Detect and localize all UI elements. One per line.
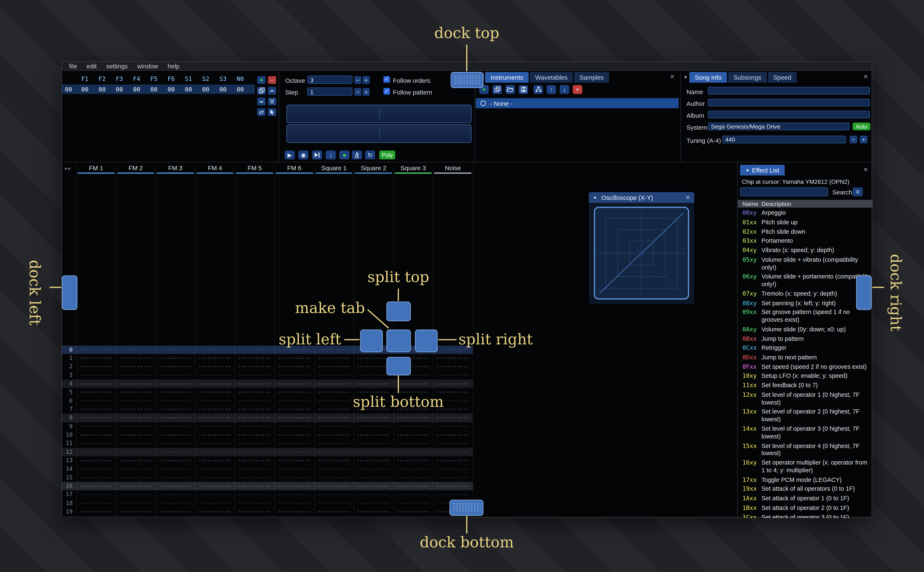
oscilloscope-window[interactable]: ▼ Oscilloscope (X-Y) × — [589, 192, 694, 304]
pattern-row-4[interactable]: 4 — [62, 379, 473, 388]
pattern-cell[interactable] — [274, 422, 314, 431]
instrument-organize-button[interactable] — [533, 85, 543, 94]
pattern-cell[interactable] — [274, 516, 314, 518]
effect-row-07xy[interactable]: 07xyTremolo (x: speed; y: depth) — [737, 289, 871, 299]
instrument-move-down-button[interactable]: ↓ — [560, 85, 569, 94]
pattern-row-17[interactable]: 17 — [62, 490, 473, 499]
pattern-cell[interactable] — [235, 354, 274, 362]
channel-header-fm-1[interactable]: FM 1 — [76, 163, 116, 174]
channel-header-fm-3[interactable]: FM 3 — [156, 163, 195, 174]
pattern-cell[interactable] — [393, 422, 433, 431]
pattern-cell[interactable] — [235, 379, 274, 388]
pattern-row-2[interactable]: 2 — [62, 362, 473, 371]
pattern-cell[interactable] — [274, 379, 314, 388]
pattern-cell[interactable] — [116, 439, 156, 448]
pattern-cell[interactable] — [235, 413, 274, 422]
pattern-cell[interactable] — [156, 396, 195, 405]
instrument-delete-button[interactable]: × — [573, 85, 582, 94]
pattern-cell[interactable] — [76, 345, 116, 354]
pattern-cell[interactable] — [156, 354, 195, 362]
split-bottom-target[interactable] — [386, 357, 411, 375]
pattern-cell[interactable] — [354, 482, 393, 490]
follow-pattern-checkbox[interactable]: ✓ — [383, 88, 390, 95]
pattern-cell[interactable] — [76, 473, 116, 482]
pattern-cell[interactable] — [156, 431, 195, 439]
repeat-pattern-button[interactable]: ↻ — [365, 151, 375, 160]
pattern-cell[interactable] — [76, 431, 116, 439]
octave-plus-button[interactable]: + — [363, 76, 370, 84]
pattern-cell[interactable] — [354, 516, 393, 518]
pattern-row-11[interactable]: 11 — [62, 439, 473, 448]
pattern-cell[interactable] — [235, 422, 274, 431]
pattern-cell[interactable] — [235, 482, 274, 490]
pattern-cell[interactable] — [195, 456, 235, 465]
pattern-cell[interactable] — [156, 508, 195, 516]
play-button[interactable]: ▶ — [285, 151, 294, 160]
pattern-cell[interactable] — [314, 516, 354, 518]
pattern-cell[interactable] — [76, 422, 116, 431]
effect-row-1axx[interactable]: 1AxxSet attack of operator 1 (0 to 1F) — [737, 494, 871, 504]
effect-row-14xx[interactable]: 14xxSet level of operator 3 (0 highest, … — [737, 424, 871, 441]
menu-item-edit[interactable]: edit — [82, 62, 101, 70]
album-field[interactable] — [708, 110, 870, 118]
pattern-cell[interactable] — [433, 431, 473, 439]
tuning-minus-button[interactable]: − — [849, 136, 857, 143]
orders-value-f4[interactable]: 00 — [128, 86, 145, 92]
pattern-cell[interactable] — [314, 371, 354, 379]
close-icon[interactable]: × — [668, 73, 676, 80]
poly-button[interactable]: Poly — [379, 151, 396, 160]
pattern-cell[interactable] — [156, 516, 195, 518]
orders-value-f6[interactable]: 00 — [162, 86, 180, 92]
pattern-cell[interactable] — [116, 465, 156, 473]
pattern-cell[interactable] — [195, 379, 235, 388]
pattern-cell[interactable] — [274, 499, 314, 508]
channel-header-fm-5[interactable]: FM 5 — [235, 163, 274, 174]
channel-header-square-3[interactable]: Square 3 — [393, 163, 433, 174]
split-left-target[interactable] — [360, 330, 383, 352]
pattern-row-12[interactable]: 12 — [62, 448, 473, 456]
record-button[interactable]: ● — [340, 151, 349, 160]
pattern-cell[interactable] — [195, 388, 235, 396]
pattern-cell[interactable] — [433, 490, 473, 499]
pattern-cell[interactable] — [116, 499, 156, 508]
pattern-cell[interactable] — [116, 396, 156, 405]
pattern-cell[interactable] — [314, 431, 354, 439]
tuning-field[interactable] — [722, 136, 846, 143]
pattern-cell[interactable] — [274, 431, 314, 439]
effect-row-0dxx[interactable]: 0DxxJump to next pattern — [737, 353, 871, 362]
pattern-cell[interactable] — [433, 439, 473, 448]
pattern-cell[interactable] — [354, 448, 393, 456]
pattern-cell[interactable] — [156, 405, 195, 414]
pattern-cell[interactable] — [195, 473, 235, 482]
effect-row-09xx[interactable]: 09xxSet groove pattern (speed 1 if no gr… — [737, 308, 871, 325]
pattern-cell[interactable] — [195, 362, 235, 371]
pattern-cell[interactable] — [116, 379, 156, 388]
pattern-row-10[interactable]: 10 — [62, 431, 473, 439]
close-icon[interactable]: × — [686, 193, 690, 202]
pattern-cell[interactable] — [393, 439, 433, 448]
effect-row-10xy[interactable]: 10xySetup LFO (x: enable; y: speed) — [737, 372, 871, 381]
effect-row-19xx[interactable]: 19xxSet attack of all operators (0 to 1F… — [737, 485, 871, 494]
pattern-cell[interactable] — [393, 456, 433, 465]
channel-header-fm-6[interactable]: FM 6 — [274, 163, 314, 174]
pattern-cell[interactable] — [235, 431, 274, 439]
pattern-cell[interactable] — [76, 362, 116, 371]
pattern-cell[interactable] — [354, 499, 393, 508]
instrument-list-item[interactable]: - None - — [475, 98, 679, 108]
pattern-cell[interactable] — [76, 371, 116, 379]
pattern-cell[interactable] — [314, 354, 354, 362]
step-input[interactable] — [307, 87, 352, 96]
pattern-cell[interactable] — [314, 473, 354, 482]
effect-row-1bxx[interactable]: 1BxxSet attack of operator 2 (0 to 1F) — [737, 504, 871, 513]
pattern-cell[interactable] — [314, 448, 354, 456]
pattern-cell[interactable] — [393, 379, 433, 388]
orders-value-n0[interactable]: 00 — [232, 86, 249, 92]
oscilloscope-titlebar[interactable]: ▼ Oscilloscope (X-Y) × — [589, 192, 694, 203]
pattern-cell[interactable] — [76, 448, 116, 456]
pattern-cell[interactable] — [76, 516, 116, 518]
effect-row-0fxx[interactable]: 0FxxSet speed (speed 2 if no grooves exi… — [737, 362, 871, 372]
pattern-row-18[interactable]: 18 — [62, 499, 473, 508]
instrument-open-button[interactable] — [505, 85, 515, 94]
pattern-cell[interactable] — [274, 413, 314, 422]
system-field[interactable] — [708, 123, 849, 130]
